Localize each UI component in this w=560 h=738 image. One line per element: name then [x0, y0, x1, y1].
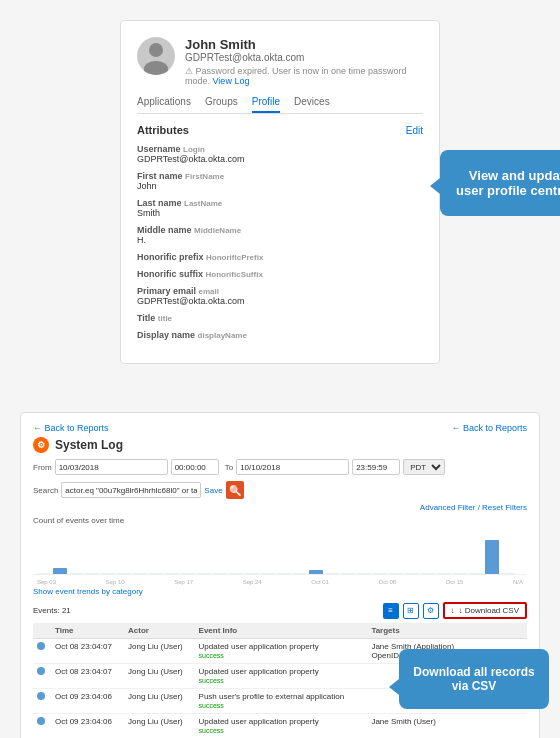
- attr-value: H.: [137, 235, 423, 245]
- back-link-right[interactable]: ← Back to Reports: [451, 423, 527, 433]
- attr-label: Honorific prefix HonorificPrefix: [137, 252, 423, 262]
- chart-bar: [133, 573, 147, 574]
- chart-bar: [229, 573, 243, 574]
- row-event-info: Push user's profile to external applicat…: [195, 689, 368, 714]
- show-trend-link[interactable]: Show event trends by category: [33, 587, 527, 596]
- chart-bar: [117, 573, 131, 574]
- search-input[interactable]: [61, 482, 201, 498]
- chart-bar: [341, 573, 355, 574]
- row-event-info: Updated user application propertysuccess: [195, 664, 368, 689]
- download-csv-button[interactable]: ↓ ↓ Download CSV: [443, 602, 527, 619]
- tooltip-download: Download all records via CSV: [399, 649, 549, 709]
- row-event-info: Updated user application propertysuccess: [195, 639, 368, 664]
- attr-label: Primary email email: [137, 286, 423, 296]
- to-label: To: [225, 463, 233, 472]
- row-targets: Jane Smith (User): [367, 714, 527, 739]
- profile-card: John Smith GDPRTest@okta.okta.com ⚠ Pass…: [120, 20, 440, 364]
- attr-sublabel: title: [158, 314, 172, 323]
- col-time: Time: [51, 623, 124, 639]
- tab-applications[interactable]: Applications: [137, 96, 191, 113]
- search-button[interactable]: [226, 481, 244, 499]
- sys-log-title-row: ⚙ System Log: [33, 437, 527, 453]
- row-actor: Jong Liu (User): [124, 689, 195, 714]
- attributes-header: Attributes Edit: [137, 124, 423, 136]
- search-label: Search: [33, 486, 58, 495]
- row-status: [33, 664, 51, 689]
- chart-bar: [37, 573, 51, 574]
- chart-bar: [373, 573, 387, 574]
- view-log-link[interactable]: View Log: [213, 76, 250, 86]
- from-time-input[interactable]: [171, 459, 219, 475]
- sys-log-title: System Log: [55, 438, 123, 452]
- row-actor: Jong Liu (User): [124, 639, 195, 664]
- from-date-input[interactable]: [55, 459, 168, 475]
- chart-bar: [149, 573, 163, 574]
- list-view-button[interactable]: ≡: [383, 603, 399, 619]
- back-link-left[interactable]: ← Back to Reports: [33, 423, 109, 433]
- chart-tick: Oct 08: [378, 579, 396, 585]
- tooltip-profile: View and update user profile centrally: [440, 150, 560, 216]
- download-csv-label: ↓ Download CSV: [459, 606, 519, 615]
- attr-row: Honorific suffix HonorificSuffix: [137, 269, 423, 279]
- profile-warning: ⚠ Password expired. User is now in one t…: [185, 66, 423, 86]
- attr-sublabel: LastName: [184, 199, 222, 208]
- attr-value: GDPRTest@okta.okta.com: [137, 154, 423, 164]
- chart-bar: [213, 573, 227, 574]
- filters-row: From To PDT Search Save: [33, 459, 527, 499]
- chart-bar: [437, 573, 451, 574]
- profile-tabs: Applications Groups Profile Devices: [137, 96, 423, 114]
- chart-bar: [165, 573, 179, 574]
- row-time: Oct 09 23:04:06: [51, 689, 124, 714]
- chart-tick: Sep 03: [37, 579, 56, 585]
- chart-tick: Sep 10: [106, 579, 125, 585]
- timezone-select[interactable]: PDT: [403, 459, 445, 475]
- row-time: Oct 08 23:04:07: [51, 664, 124, 689]
- chart-bar: [389, 573, 403, 574]
- status-dot: [37, 692, 45, 700]
- profile-info: John Smith GDPRTest@okta.okta.com ⚠ Pass…: [185, 37, 423, 86]
- chart-bar: [261, 573, 275, 574]
- tab-devices[interactable]: Devices: [294, 96, 330, 113]
- chart-bar: [485, 540, 499, 574]
- filter-button[interactable]: ⚙: [423, 603, 439, 619]
- edit-button[interactable]: Edit: [406, 125, 423, 136]
- chart-label: Count of events over time: [33, 516, 527, 525]
- chart-bar: [53, 568, 67, 574]
- row-time: Oct 09 23:04:06: [51, 714, 124, 739]
- chart-bar: [245, 573, 259, 574]
- chart-bar: [309, 570, 323, 574]
- to-time-input[interactable]: [352, 459, 400, 475]
- events-controls: ≡ ⊞ ⚙ ↓ ↓ Download CSV: [383, 602, 527, 619]
- chart-bar: [277, 573, 291, 574]
- attr-row: Middle name MiddleName H.: [137, 225, 423, 245]
- attr-sublabel: displayName: [198, 331, 247, 340]
- attr-row: Primary email email GDPRTest@okta.okta.c…: [137, 286, 423, 306]
- chart-tick: Oct 15: [446, 579, 464, 585]
- advanced-filter-link[interactable]: Advanced Filter / Reset Filters: [33, 503, 527, 512]
- top-card-wrapper: John Smith GDPRTest@okta.okta.com ⚠ Pass…: [120, 20, 440, 388]
- tab-groups[interactable]: Groups: [205, 96, 238, 113]
- tab-profile[interactable]: Profile: [252, 96, 280, 113]
- grid-view-button[interactable]: ⊞: [403, 603, 419, 619]
- events-row: Events: 21 ≡ ⊞ ⚙ ↓ ↓ Download CSV: [33, 602, 527, 619]
- attr-sublabel: HonorificPrefix: [206, 253, 263, 262]
- chart-bar: [421, 573, 435, 574]
- attr-label: Username Login: [137, 144, 423, 154]
- status-dot: [37, 717, 45, 725]
- attributes-title: Attributes: [137, 124, 189, 136]
- attr-row: First name FirstName John: [137, 171, 423, 191]
- chart-bar: [453, 573, 467, 574]
- chart-bar: [469, 573, 483, 574]
- attr-label: Display name displayName: [137, 330, 423, 340]
- chart-bar: [197, 573, 211, 574]
- attr-label: Honorific suffix HonorificSuffix: [137, 269, 423, 279]
- chart-area: [33, 527, 527, 575]
- from-label: From: [33, 463, 52, 472]
- attr-sublabel: Login: [183, 145, 205, 154]
- chart-bar: [69, 573, 83, 574]
- sys-log-header: ← Back to Reports ← Back to Reports: [33, 423, 527, 433]
- col-event-info: Event Info: [195, 623, 368, 639]
- to-date-input[interactable]: [236, 459, 349, 475]
- save-button[interactable]: Save: [204, 486, 222, 495]
- attr-label: Last name LastName: [137, 198, 423, 208]
